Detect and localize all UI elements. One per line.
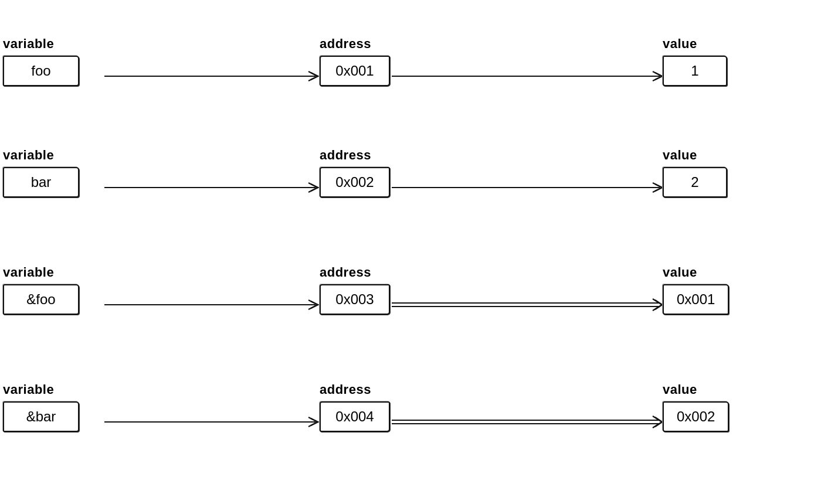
row2-value-box: 2	[663, 167, 727, 197]
row4-value-box: 0x002	[663, 401, 729, 432]
row2-address-box: 0x002	[320, 167, 390, 197]
row3-address-label: address	[320, 265, 371, 280]
row4-variable-box: &bar	[3, 401, 79, 432]
row4-address-label: address	[320, 382, 371, 397]
row3-value-box: 0x001	[663, 284, 729, 315]
row1-address-value: 0x001	[335, 63, 374, 79]
row1-variable-box: foo	[3, 56, 79, 86]
row2-value-value: 2	[691, 174, 698, 190]
row3-value-label: value	[663, 265, 697, 280]
diagram: variable foo address 0x001 value 1 varia…	[0, 0, 821, 504]
row2-variable-value: bar	[31, 174, 52, 190]
row3-variable-box: &foo	[3, 284, 79, 315]
row2-address-value: 0x002	[335, 174, 374, 190]
row3-variable-value: &foo	[26, 291, 55, 307]
row4-variable-value: &bar	[26, 408, 56, 424]
row4-variable-label: variable	[3, 382, 54, 397]
row4-value-label: value	[663, 382, 697, 397]
row1-address-box: 0x001	[320, 56, 390, 86]
row3-value-value: 0x001	[677, 291, 715, 307]
row2-address-label: address	[320, 148, 371, 163]
row3-address-box: 0x003	[320, 284, 390, 315]
row1-variable-value: foo	[31, 63, 50, 79]
row3-address-value: 0x003	[335, 291, 374, 307]
row3-variable-label: variable	[3, 265, 54, 280]
row2-variable-box: bar	[3, 167, 79, 197]
row1-value-box: 1	[663, 56, 727, 86]
row2-variable-label: variable	[3, 148, 54, 163]
row4-value-value: 0x002	[677, 408, 715, 424]
row2-value-label: value	[663, 148, 697, 163]
row1-value-label: value	[663, 36, 697, 52]
row4-address-box: 0x004	[320, 401, 390, 432]
row4-address-value: 0x004	[335, 408, 374, 424]
row1-value-value: 1	[691, 63, 698, 79]
row1-address-label: address	[320, 36, 371, 52]
row1-variable-label: variable	[3, 36, 54, 52]
